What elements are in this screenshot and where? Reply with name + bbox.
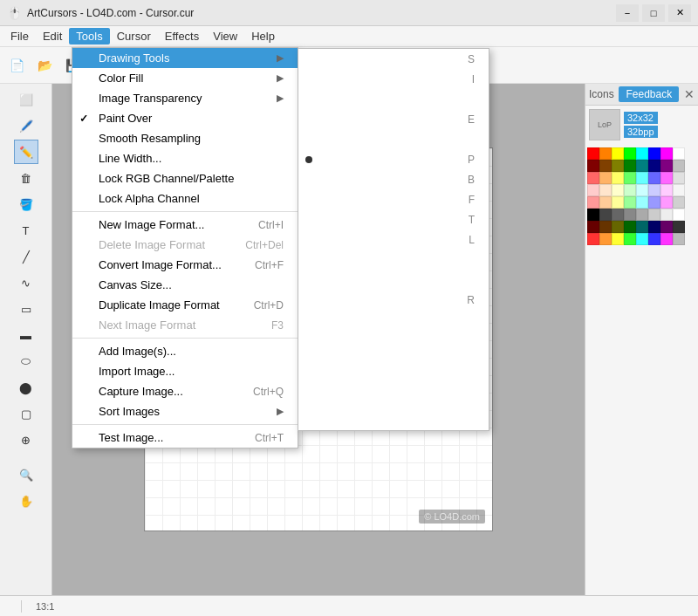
tool-filled-rect[interactable]: ▬ bbox=[14, 323, 38, 347]
menu-help[interactable]: Help bbox=[244, 28, 282, 44]
color-cell[interactable] bbox=[673, 221, 685, 233]
submenu-line[interactable]: Line L bbox=[298, 229, 489, 250]
submenu-eraser[interactable]: Eraser E bbox=[298, 109, 489, 129]
new-button[interactable]: 📄 bbox=[3, 52, 30, 79]
menu-add-images[interactable]: Add Image(s)... bbox=[72, 341, 298, 361]
color-cell[interactable] bbox=[660, 221, 673, 233]
menu-image-transparency[interactable]: Image Transparency ▶ bbox=[72, 88, 298, 108]
tool-paint[interactable]: 🖊️ bbox=[14, 113, 38, 138]
color-cell[interactable] bbox=[612, 184, 624, 196]
minimize-button[interactable]: − bbox=[616, 4, 639, 22]
color-cell[interactable] bbox=[624, 160, 636, 172]
color-cell[interactable] bbox=[660, 196, 673, 209]
submenu-curved-line[interactable]: Curved Line bbox=[298, 270, 489, 290]
color-cell[interactable] bbox=[587, 196, 599, 209]
menu-edit[interactable]: Edit bbox=[36, 28, 69, 44]
color-cell[interactable] bbox=[636, 184, 648, 196]
menu-capture-image[interactable]: Capture Image... Ctrl+Q bbox=[72, 381, 298, 401]
menu-canvas-size[interactable]: Canvas Size... bbox=[72, 275, 298, 295]
color-cell[interactable] bbox=[636, 209, 648, 221]
color-cell[interactable] bbox=[587, 221, 599, 233]
color-cell[interactable] bbox=[648, 160, 660, 172]
menu-color-fill[interactable]: Color Fill ▶ bbox=[72, 68, 298, 88]
color-cell[interactable] bbox=[660, 172, 673, 184]
color-cell[interactable] bbox=[599, 233, 612, 245]
tool-filled-ellipse[interactable]: ⬤ bbox=[14, 375, 38, 400]
menu-new-image-format[interactable]: New Image Format... Ctrl+I bbox=[72, 215, 298, 235]
color-cell[interactable] bbox=[599, 172, 612, 184]
color-cell[interactable] bbox=[660, 160, 673, 172]
color-cell[interactable] bbox=[624, 221, 636, 233]
tool-hotspot[interactable]: ⊕ bbox=[14, 428, 38, 452]
color-cell[interactable] bbox=[587, 172, 599, 184]
tool-pencil[interactable]: ✏️ bbox=[14, 140, 38, 164]
color-cell[interactable] bbox=[587, 209, 599, 221]
menu-drawing-tools[interactable]: Drawing Tools ▶ Selector S Color Picker … bbox=[72, 48, 298, 68]
submenu-filled-ellipse[interactable]: Filled Ellipse bbox=[298, 350, 489, 370]
color-cell[interactable] bbox=[612, 221, 624, 233]
submenu-hot-spot[interactable]: Hot Spot bbox=[298, 410, 489, 430]
tool-rounded-rect[interactable]: ▢ bbox=[14, 401, 38, 426]
color-cell[interactable] bbox=[599, 209, 612, 221]
color-cell[interactable] bbox=[624, 147, 636, 160]
maximize-button[interactable]: □ bbox=[642, 4, 665, 22]
submenu-selector[interactable]: Selector S bbox=[298, 49, 489, 69]
icon-thumb-1[interactable]: LoP bbox=[589, 109, 620, 140]
menu-file[interactable]: File bbox=[3, 28, 36, 44]
color-cell[interactable] bbox=[636, 160, 648, 172]
tool-selector[interactable]: ⬜ bbox=[14, 87, 38, 112]
menu-line-width[interactable]: Line Width... bbox=[72, 148, 298, 168]
color-cell[interactable] bbox=[673, 147, 685, 160]
menu-duplicate-image-format[interactable]: Duplicate Image Format Ctrl+D bbox=[72, 295, 298, 315]
tool-fill[interactable]: 🪣 bbox=[14, 192, 38, 216]
menu-test-image[interactable]: Test Image... Ctrl+T bbox=[72, 428, 298, 448]
color-cell[interactable] bbox=[636, 172, 648, 184]
menu-paint-over[interactable]: ✓ Paint Over bbox=[72, 108, 298, 128]
submenu-filled-rectangle[interactable]: Filled Rectangle bbox=[298, 310, 489, 330]
menu-cursor[interactable]: Cursor bbox=[110, 28, 158, 44]
submenu-color-replacer[interactable]: Color Replacer bbox=[298, 89, 489, 109]
color-cell[interactable] bbox=[648, 233, 660, 245]
close-button[interactable]: ✕ bbox=[668, 4, 691, 22]
drawing-tools-submenu[interactable]: Selector S Color Picker I Color Replacer… bbox=[298, 48, 489, 431]
format-32x32[interactable]: 32x32 bbox=[624, 112, 658, 124]
menu-convert-image-format[interactable]: Convert Image Format... Ctrl+F bbox=[72, 255, 298, 275]
color-cell[interactable] bbox=[673, 172, 685, 184]
color-cell[interactable] bbox=[660, 233, 673, 245]
submenu-arc[interactable]: Arc bbox=[298, 250, 489, 270]
color-cell[interactable] bbox=[599, 147, 612, 160]
color-cell[interactable] bbox=[648, 172, 660, 184]
color-cell[interactable] bbox=[612, 196, 624, 209]
color-cell[interactable] bbox=[599, 160, 612, 172]
color-cell[interactable] bbox=[624, 172, 636, 184]
color-cell[interactable] bbox=[612, 160, 624, 172]
submenu-rounded-rect[interactable]: Rounded Rectangle bbox=[298, 370, 489, 390]
submenu-text[interactable]: Text T bbox=[298, 209, 489, 229]
color-cell[interactable] bbox=[624, 196, 636, 209]
submenu-flood-fill[interactable]: Flood Fill F bbox=[298, 189, 489, 209]
color-cell[interactable] bbox=[587, 233, 599, 245]
tool-rect[interactable]: ▭ bbox=[14, 297, 38, 321]
submenu-airbrush[interactable]: Airbrush bbox=[298, 129, 489, 149]
color-cell[interactable] bbox=[624, 233, 636, 245]
submenu-color-picker[interactable]: Color Picker I bbox=[298, 69, 489, 89]
menu-lock-rgb[interactable]: Lock RGB Channel/Palette bbox=[72, 168, 298, 188]
submenu-filled-rounded-rect[interactable]: Filled Rounded Rectangle bbox=[298, 390, 489, 410]
color-cell[interactable] bbox=[673, 209, 685, 221]
color-cell[interactable] bbox=[587, 160, 599, 172]
color-cell[interactable] bbox=[648, 209, 660, 221]
color-cell[interactable] bbox=[673, 196, 685, 209]
menu-view[interactable]: View bbox=[206, 28, 244, 44]
color-cell[interactable] bbox=[624, 184, 636, 196]
color-cell[interactable] bbox=[673, 184, 685, 196]
menu-import-image[interactable]: Import Image... bbox=[72, 361, 298, 381]
tool-zoom[interactable]: 🔍 bbox=[14, 462, 38, 487]
color-cell[interactable] bbox=[648, 147, 660, 160]
submenu-pencil[interactable]: Pencil P bbox=[298, 149, 489, 169]
tool-curve[interactable]: ∿ bbox=[14, 270, 38, 295]
color-cell[interactable] bbox=[648, 221, 660, 233]
color-cell[interactable] bbox=[636, 233, 648, 245]
submenu-ellipse[interactable]: Ellipse bbox=[298, 330, 489, 350]
panel-close-button[interactable]: ✕ bbox=[684, 87, 695, 101]
color-cell[interactable] bbox=[612, 209, 624, 221]
